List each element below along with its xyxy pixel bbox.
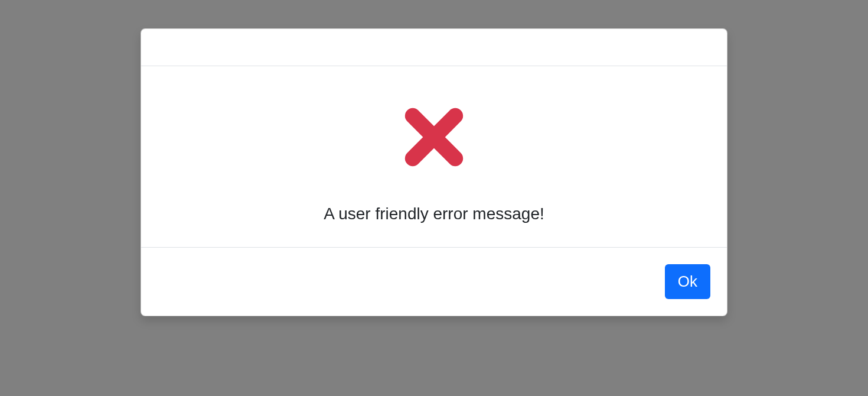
error-message: A user friendly error message!: [153, 205, 715, 223]
modal-header: [141, 29, 727, 66]
modal-body: A user friendly error message!: [141, 66, 727, 248]
error-modal: A user friendly error message! Ok: [141, 28, 727, 316]
ok-button[interactable]: Ok: [665, 264, 710, 299]
error-x-icon: [399, 102, 469, 175]
modal-footer: Ok: [141, 248, 727, 316]
